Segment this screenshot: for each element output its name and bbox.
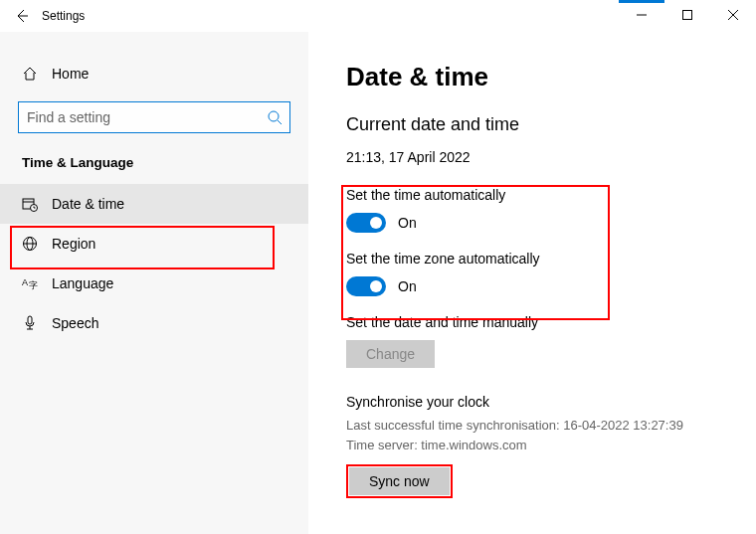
close-button[interactable] — [710, 0, 756, 30]
sidebar-item-date-time[interactable]: Date & time — [0, 184, 308, 224]
sync-heading: Synchronise your clock — [346, 394, 756, 410]
manual-time-label: Set the date and time manually — [346, 314, 756, 330]
section-subheading: Current date and time — [346, 114, 756, 135]
globe-icon — [22, 236, 52, 252]
auto-tz-label: Set the time zone automatically — [346, 251, 756, 267]
annotation-highlight: Sync now — [346, 464, 453, 498]
auto-tz-toggle[interactable] — [346, 276, 386, 296]
sidebar-item-region[interactable]: Region — [0, 224, 308, 264]
auto-time-state: On — [398, 215, 417, 231]
maximize-button[interactable] — [664, 0, 710, 30]
auto-tz-state: On — [398, 278, 417, 294]
change-button[interactable]: Change — [346, 340, 435, 368]
svg-rect-2 — [683, 11, 692, 20]
content-pane: Date & time Current date and time 21:13,… — [308, 32, 756, 534]
sidebar: Home Time & Language Date & time Region … — [0, 32, 308, 534]
current-datetime: 21:13, 17 April 2022 — [346, 149, 756, 165]
home-icon — [22, 66, 52, 82]
svg-text:A: A — [22, 277, 28, 287]
window-controls — [619, 0, 756, 30]
sync-info: Last successful time synchronisation: 16… — [346, 416, 756, 454]
search-input[interactable] — [18, 101, 290, 133]
sync-now-button[interactable]: Sync now — [349, 467, 450, 495]
page-title: Date & time — [346, 62, 756, 92]
auto-time-toggle[interactable] — [346, 213, 386, 233]
sync-server-line: Time server: time.windows.com — [346, 436, 756, 455]
sidebar-section-label: Time & Language — [0, 155, 308, 184]
language-icon: A字 — [22, 276, 52, 290]
svg-rect-17 — [28, 316, 32, 324]
svg-point-5 — [269, 111, 279, 121]
sidebar-item-label: Speech — [52, 315, 98, 331]
sidebar-home-label: Home — [52, 66, 89, 82]
sidebar-item-label: Region — [52, 236, 95, 252]
sidebar-home[interactable]: Home — [0, 60, 308, 88]
back-icon[interactable] — [14, 8, 42, 24]
sync-last-line: Last successful time synchronisation: 16… — [346, 416, 756, 436]
search-icon — [267, 109, 283, 125]
auto-time-label: Set the time automatically — [346, 187, 756, 203]
microphone-icon — [22, 315, 52, 331]
sidebar-item-speech[interactable]: Speech — [0, 303, 308, 343]
calendar-clock-icon — [22, 196, 52, 212]
svg-text:字: 字 — [29, 280, 38, 290]
sidebar-item-label: Language — [52, 275, 113, 291]
sidebar-item-language[interactable]: A字 Language — [0, 264, 308, 303]
minimize-button[interactable] — [619, 0, 664, 30]
svg-line-6 — [278, 120, 282, 124]
window-title: Settings — [42, 9, 85, 23]
sidebar-item-label: Date & time — [52, 196, 124, 212]
